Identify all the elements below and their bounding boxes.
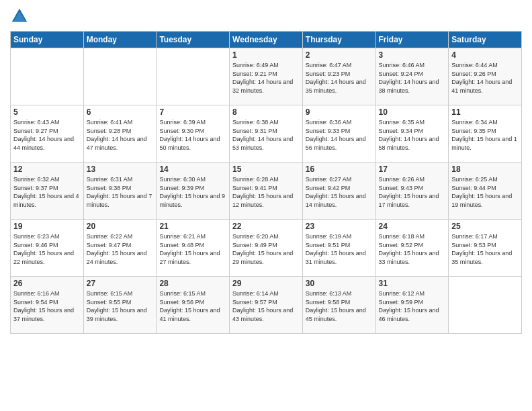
calendar-week-row: 26Sunrise: 6:16 AM Sunset: 9:54 PM Dayli… — [11, 277, 522, 334]
day-number: 14 — [159, 165, 226, 174]
calendar-cell: 28Sunrise: 6:15 AM Sunset: 9:56 PM Dayli… — [157, 277, 230, 334]
day-number: 28 — [159, 279, 226, 288]
calendar-week-row: 1Sunrise: 6:49 AM Sunset: 9:21 PM Daylig… — [11, 48, 522, 105]
day-info: Sunrise: 6:44 AM Sunset: 9:26 PM Dayligh… — [451, 61, 519, 95]
calendar-cell: 8Sunrise: 6:38 AM Sunset: 9:31 PM Daylig… — [230, 105, 303, 163]
day-of-week-header: Friday — [375, 32, 449, 48]
day-number: 13 — [87, 165, 154, 174]
day-number: 18 — [451, 165, 519, 174]
day-number: 5 — [13, 107, 81, 117]
day-info: Sunrise: 6:47 AM Sunset: 9:23 PM Dayligh… — [306, 61, 373, 95]
calendar-cell: 18Sunrise: 6:25 AM Sunset: 9:44 PM Dayli… — [449, 163, 522, 220]
day-info: Sunrise: 6:19 AM Sunset: 9:51 PM Dayligh… — [306, 232, 373, 266]
day-number: 21 — [159, 222, 226, 231]
calendar-cell: 20Sunrise: 6:22 AM Sunset: 9:47 PM Dayli… — [83, 220, 157, 277]
calendar: SundayMondayTuesdayWednesdayThursdayFrid… — [10, 31, 522, 334]
calendar-week-row: 12Sunrise: 6:32 AM Sunset: 9:37 PM Dayli… — [11, 163, 522, 220]
day-info: Sunrise: 6:16 AM Sunset: 9:54 PM Dayligh… — [13, 289, 81, 323]
calendar-cell: 5Sunrise: 6:43 AM Sunset: 9:27 PM Daylig… — [11, 105, 84, 163]
calendar-cell: 10Sunrise: 6:35 AM Sunset: 9:34 PM Dayli… — [375, 105, 449, 163]
day-number: 16 — [306, 165, 373, 174]
day-info: Sunrise: 6:35 AM Sunset: 9:34 PM Dayligh… — [379, 118, 446, 152]
calendar-cell: 29Sunrise: 6:14 AM Sunset: 9:57 PM Dayli… — [230, 277, 303, 334]
day-of-week-header: Saturday — [449, 32, 522, 48]
day-number: 26 — [13, 279, 81, 288]
calendar-cell: 22Sunrise: 6:20 AM Sunset: 9:49 PM Dayli… — [230, 220, 303, 277]
day-header-row: SundayMondayTuesdayWednesdayThursdayFrid… — [11, 32, 522, 48]
calendar-cell: 1Sunrise: 6:49 AM Sunset: 9:21 PM Daylig… — [230, 48, 303, 105]
day-number: 9 — [306, 107, 373, 117]
calendar-cell: 9Sunrise: 6:36 AM Sunset: 9:33 PM Daylig… — [302, 105, 375, 163]
day-number: 1 — [232, 50, 300, 60]
day-of-week-header: Monday — [83, 32, 157, 48]
day-info: Sunrise: 6:49 AM Sunset: 9:21 PM Dayligh… — [232, 61, 300, 95]
day-number: 10 — [379, 107, 446, 117]
day-info: Sunrise: 6:27 AM Sunset: 9:42 PM Dayligh… — [306, 175, 373, 209]
day-info: Sunrise: 6:20 AM Sunset: 9:49 PM Dayligh… — [232, 232, 300, 266]
day-number: 6 — [87, 107, 154, 117]
calendar-cell — [11, 48, 84, 105]
calendar-cell: 26Sunrise: 6:16 AM Sunset: 9:54 PM Dayli… — [11, 277, 84, 334]
day-of-week-header: Thursday — [302, 32, 375, 48]
day-info: Sunrise: 6:22 AM Sunset: 9:47 PM Dayligh… — [87, 232, 154, 266]
day-info: Sunrise: 6:13 AM Sunset: 9:58 PM Dayligh… — [306, 289, 373, 323]
day-number: 29 — [232, 279, 300, 288]
calendar-cell: 14Sunrise: 6:30 AM Sunset: 9:39 PM Dayli… — [157, 163, 230, 220]
day-number: 17 — [379, 165, 446, 174]
day-number: 19 — [13, 222, 81, 231]
calendar-cell: 2Sunrise: 6:47 AM Sunset: 9:23 PM Daylig… — [302, 48, 375, 105]
calendar-cell: 17Sunrise: 6:26 AM Sunset: 9:43 PM Dayli… — [375, 163, 449, 220]
day-info: Sunrise: 6:41 AM Sunset: 9:28 PM Dayligh… — [87, 118, 154, 152]
day-info: Sunrise: 6:46 AM Sunset: 9:24 PM Dayligh… — [379, 61, 446, 95]
calendar-cell: 23Sunrise: 6:19 AM Sunset: 9:51 PM Dayli… — [302, 220, 375, 277]
day-number: 12 — [13, 165, 81, 174]
day-info: Sunrise: 6:25 AM Sunset: 9:44 PM Dayligh… — [451, 175, 519, 209]
calendar-week-row: 5Sunrise: 6:43 AM Sunset: 9:27 PM Daylig… — [11, 105, 522, 163]
day-number: 25 — [451, 222, 519, 231]
day-number: 15 — [232, 165, 300, 174]
day-info: Sunrise: 6:32 AM Sunset: 9:37 PM Dayligh… — [13, 175, 81, 209]
calendar-cell: 13Sunrise: 6:31 AM Sunset: 9:38 PM Dayli… — [83, 163, 157, 220]
day-of-week-header: Wednesday — [230, 32, 303, 48]
day-info: Sunrise: 6:26 AM Sunset: 9:43 PM Dayligh… — [379, 175, 446, 209]
day-info: Sunrise: 6:23 AM Sunset: 9:46 PM Dayligh… — [13, 232, 81, 266]
day-number: 7 — [159, 107, 226, 117]
calendar-cell: 11Sunrise: 6:34 AM Sunset: 9:35 PM Dayli… — [449, 105, 522, 163]
calendar-cell: 30Sunrise: 6:13 AM Sunset: 9:58 PM Dayli… — [302, 277, 375, 334]
calendar-cell: 31Sunrise: 6:12 AM Sunset: 9:59 PM Dayli… — [375, 277, 449, 334]
day-number: 11 — [451, 107, 519, 117]
day-info: Sunrise: 6:15 AM Sunset: 9:55 PM Dayligh… — [87, 289, 154, 323]
day-of-week-header: Sunday — [11, 32, 84, 48]
day-info: Sunrise: 6:28 AM Sunset: 9:41 PM Dayligh… — [232, 175, 300, 209]
day-number: 8 — [232, 107, 300, 117]
logo-icon — [10, 7, 29, 26]
calendar-cell: 6Sunrise: 6:41 AM Sunset: 9:28 PM Daylig… — [83, 105, 157, 163]
calendar-cell: 25Sunrise: 6:17 AM Sunset: 9:53 PM Dayli… — [449, 220, 522, 277]
page: SundayMondayTuesdayWednesdayThursdayFrid… — [0, 0, 532, 411]
day-info: Sunrise: 6:38 AM Sunset: 9:31 PM Dayligh… — [232, 118, 300, 152]
day-info: Sunrise: 6:43 AM Sunset: 9:27 PM Dayligh… — [13, 118, 81, 152]
day-info: Sunrise: 6:21 AM Sunset: 9:48 PM Dayligh… — [159, 232, 226, 266]
calendar-cell — [157, 48, 230, 105]
calendar-cell: 19Sunrise: 6:23 AM Sunset: 9:46 PM Dayli… — [11, 220, 84, 277]
calendar-cell: 24Sunrise: 6:18 AM Sunset: 9:52 PM Dayli… — [375, 220, 449, 277]
day-number: 31 — [379, 279, 446, 288]
calendar-cell: 12Sunrise: 6:32 AM Sunset: 9:37 PM Dayli… — [11, 163, 84, 220]
calendar-cell — [83, 48, 157, 105]
calendar-cell: 7Sunrise: 6:39 AM Sunset: 9:30 PM Daylig… — [157, 105, 230, 163]
day-info: Sunrise: 6:31 AM Sunset: 9:38 PM Dayligh… — [87, 175, 154, 209]
day-info: Sunrise: 6:18 AM Sunset: 9:52 PM Dayligh… — [379, 232, 446, 266]
day-info: Sunrise: 6:36 AM Sunset: 9:33 PM Dayligh… — [306, 118, 373, 152]
day-info: Sunrise: 6:30 AM Sunset: 9:39 PM Dayligh… — [159, 175, 226, 209]
calendar-week-row: 19Sunrise: 6:23 AM Sunset: 9:46 PM Dayli… — [11, 220, 522, 277]
calendar-cell: 27Sunrise: 6:15 AM Sunset: 9:55 PM Dayli… — [83, 277, 157, 334]
day-number: 23 — [306, 222, 373, 231]
day-number: 27 — [87, 279, 154, 288]
day-info: Sunrise: 6:14 AM Sunset: 9:57 PM Dayligh… — [232, 289, 300, 323]
day-info: Sunrise: 6:15 AM Sunset: 9:56 PM Dayligh… — [159, 289, 226, 323]
day-number: 3 — [379, 50, 446, 60]
day-info: Sunrise: 6:39 AM Sunset: 9:30 PM Dayligh… — [159, 118, 226, 152]
day-info: Sunrise: 6:17 AM Sunset: 9:53 PM Dayligh… — [451, 232, 519, 266]
day-number: 30 — [306, 279, 373, 288]
calendar-cell: 16Sunrise: 6:27 AM Sunset: 9:42 PM Dayli… — [302, 163, 375, 220]
